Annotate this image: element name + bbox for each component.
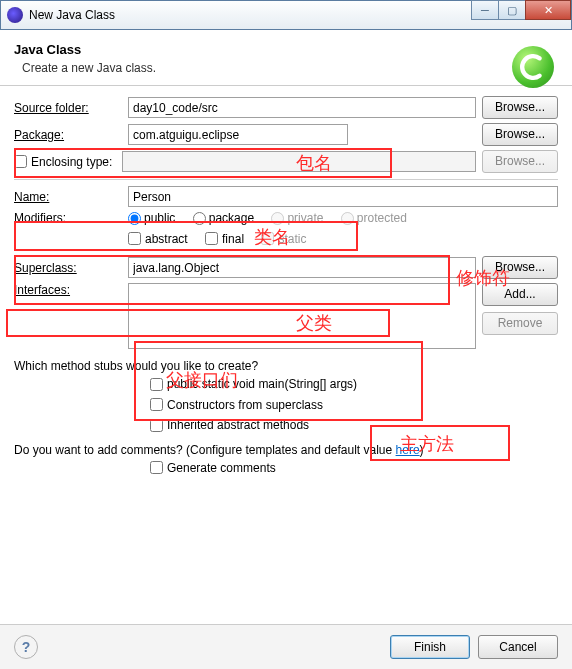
titlebar: New Java Class ─ ▢ ✕ xyxy=(0,0,572,30)
package-browse-button[interactable]: Browse... xyxy=(482,123,558,146)
comments-question: Do you want to add comments? (Configure … xyxy=(14,443,558,457)
dialog-title: Java Class xyxy=(14,42,558,57)
maximize-button[interactable]: ▢ xyxy=(498,0,526,20)
enclosing-type-checkbox[interactable]: Enclosing type: xyxy=(14,155,112,169)
modifier-package[interactable]: package xyxy=(193,211,254,225)
modifier-final[interactable]: final xyxy=(205,232,244,246)
dialog-footer: ? Finish Cancel xyxy=(0,624,572,669)
source-folder-label: Source folder: xyxy=(14,101,122,115)
modifier-abstract[interactable]: abstract xyxy=(128,232,188,246)
interfaces-label: Interfaces: xyxy=(14,283,122,297)
name-input[interactable] xyxy=(128,186,558,207)
stubs-question: Which method stubs would you like to cre… xyxy=(14,359,558,373)
package-label: Package: xyxy=(14,128,122,142)
stub-main-checkbox[interactable]: public static void main(String[] args) xyxy=(150,377,357,391)
close-button[interactable]: ✕ xyxy=(525,0,571,20)
eclipse-icon xyxy=(7,7,23,23)
interfaces-add-button[interactable]: Add... xyxy=(482,283,558,306)
dialog-header: Java Class Create a new Java class. xyxy=(0,30,572,86)
stub-constructors-checkbox[interactable]: Constructors from superclass xyxy=(150,398,323,412)
stub-inherited-checkbox[interactable]: Inherited abstract methods xyxy=(150,418,309,432)
generate-comments-checkbox[interactable]: Generate comments xyxy=(150,461,276,475)
source-folder-input[interactable] xyxy=(128,97,476,118)
window-title: New Java Class xyxy=(29,8,115,22)
superclass-label: Superclass: xyxy=(14,261,122,275)
help-button[interactable]: ? xyxy=(14,635,38,659)
minimize-button[interactable]: ─ xyxy=(471,0,499,20)
dialog-body: Source folder: Browse... Package: Browse… xyxy=(0,86,572,483)
superclass-input[interactable] xyxy=(128,257,476,278)
modifiers-label: Modifiers: xyxy=(14,211,122,225)
java-class-icon xyxy=(512,46,554,88)
interfaces-list[interactable] xyxy=(128,283,476,349)
package-input[interactable] xyxy=(128,124,348,145)
finish-button[interactable]: Finish xyxy=(390,635,470,659)
interfaces-remove-button: Remove xyxy=(482,312,558,335)
modifier-private: private xyxy=(271,211,323,225)
superclass-browse-button[interactable]: Browse... xyxy=(482,256,558,279)
modifier-static: static xyxy=(261,232,306,246)
modifier-protected: protected xyxy=(341,211,407,225)
window-buttons: ─ ▢ ✕ xyxy=(472,0,571,20)
modifier-public[interactable]: public xyxy=(128,211,175,225)
cancel-button[interactable]: Cancel xyxy=(478,635,558,659)
dialog-subtitle: Create a new Java class. xyxy=(22,61,558,75)
separator xyxy=(14,179,558,180)
source-folder-browse-button[interactable]: Browse... xyxy=(482,96,558,119)
enclosing-browse-button: Browse... xyxy=(482,150,558,173)
name-label: Name: xyxy=(14,190,122,204)
configure-link[interactable]: here xyxy=(396,443,420,457)
enclosing-type-input xyxy=(122,151,476,172)
